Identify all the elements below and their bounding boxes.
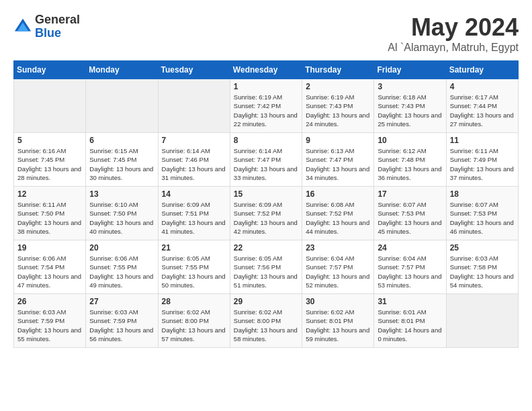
day-number: 2 — [306, 82, 370, 91]
calendar-cell: 7Sunrise: 6:14 AM Sunset: 7:46 PM Daylig… — [158, 133, 230, 187]
day-info: Sunrise: 6:07 AM Sunset: 7:53 PM Dayligh… — [378, 200, 442, 236]
day-number: 11 — [450, 136, 515, 145]
day-info: Sunrise: 6:06 AM Sunset: 7:54 PM Dayligh… — [17, 254, 82, 289]
day-number: 14 — [162, 189, 226, 199]
calendar-cell: 28Sunrise: 6:02 AM Sunset: 8:00 PM Dayli… — [158, 294, 230, 348]
calendar-week-3: 19Sunrise: 6:06 AM Sunset: 7:54 PM Dayli… — [14, 240, 519, 294]
logo-text: General Blue — [35, 13, 80, 40]
calendar-cell: 8Sunrise: 6:14 AM Sunset: 7:47 PM Daylig… — [230, 133, 302, 187]
calendar-cell: 10Sunrise: 6:12 AM Sunset: 7:48 PM Dayli… — [374, 133, 446, 187]
header-thursday: Thursday — [302, 61, 374, 79]
day-info: Sunrise: 6:02 AM Sunset: 8:00 PM Dayligh… — [162, 308, 226, 343]
header-tuesday: Tuesday — [158, 61, 230, 79]
day-number: 29 — [234, 297, 298, 306]
calendar-table: Sunday Monday Tuesday Wednesday Thursday… — [13, 60, 519, 348]
logo: General Blue — [13, 13, 80, 40]
day-info: Sunrise: 6:03 AM Sunset: 7:59 PM Dayligh… — [17, 308, 82, 343]
header-monday: Monday — [86, 61, 158, 79]
calendar-subtitle: Al `Alamayn, Matruh, Egypt — [388, 42, 519, 54]
header-sunday: Sunday — [14, 61, 86, 79]
calendar-cell: 21Sunrise: 6:05 AM Sunset: 7:55 PM Dayli… — [158, 240, 230, 294]
calendar-cell: 19Sunrise: 6:06 AM Sunset: 7:54 PM Dayli… — [14, 240, 86, 294]
calendar-cell: 30Sunrise: 6:02 AM Sunset: 8:01 PM Dayli… — [302, 294, 374, 348]
title-block: May 2024 Al `Alamayn, Matruh, Egypt — [388, 13, 519, 54]
calendar-cell — [86, 79, 158, 133]
calendar-cell — [158, 79, 230, 133]
day-info: Sunrise: 6:15 AM Sunset: 7:45 PM Dayligh… — [89, 146, 154, 182]
day-number: 21 — [162, 243, 226, 253]
day-info: Sunrise: 6:06 AM Sunset: 7:55 PM Dayligh… — [89, 254, 154, 289]
day-info: Sunrise: 6:14 AM Sunset: 7:47 PM Dayligh… — [234, 146, 298, 182]
day-number: 16 — [306, 189, 370, 199]
calendar-cell: 22Sunrise: 6:05 AM Sunset: 7:56 PM Dayli… — [230, 240, 302, 294]
header-row: Sunday Monday Tuesday Wednesday Thursday… — [14, 61, 519, 79]
calendar-cell — [14, 79, 86, 133]
calendar-body: 1Sunrise: 6:19 AM Sunset: 7:42 PM Daylig… — [14, 79, 519, 348]
day-number: 9 — [306, 136, 370, 145]
calendar-cell: 29Sunrise: 6:02 AM Sunset: 8:00 PM Dayli… — [230, 294, 302, 348]
day-number: 4 — [450, 82, 515, 91]
calendar-cell: 24Sunrise: 6:04 AM Sunset: 7:57 PM Dayli… — [374, 240, 446, 294]
calendar-cell: 4Sunrise: 6:17 AM Sunset: 7:44 PM Daylig… — [446, 79, 518, 133]
day-number: 30 — [306, 297, 370, 306]
day-number: 22 — [234, 243, 298, 253]
day-info: Sunrise: 6:14 AM Sunset: 7:46 PM Dayligh… — [162, 146, 226, 182]
day-number: 10 — [378, 136, 442, 145]
calendar-cell: 5Sunrise: 6:16 AM Sunset: 7:45 PM Daylig… — [14, 133, 86, 187]
day-info: Sunrise: 6:16 AM Sunset: 7:45 PM Dayligh… — [17, 146, 82, 182]
day-number: 13 — [89, 189, 154, 199]
calendar-week-0: 1Sunrise: 6:19 AM Sunset: 7:42 PM Daylig… — [14, 79, 519, 133]
day-info: Sunrise: 6:05 AM Sunset: 7:55 PM Dayligh… — [162, 254, 226, 289]
day-info: Sunrise: 6:02 AM Sunset: 8:00 PM Dayligh… — [234, 308, 298, 343]
day-number: 8 — [234, 136, 298, 145]
day-number: 5 — [17, 136, 82, 145]
day-info: Sunrise: 6:08 AM Sunset: 7:52 PM Dayligh… — [306, 200, 370, 236]
calendar-cell: 16Sunrise: 6:08 AM Sunset: 7:52 PM Dayli… — [302, 187, 374, 240]
calendar-cell: 14Sunrise: 6:09 AM Sunset: 7:51 PM Dayli… — [158, 187, 230, 240]
calendar-week-4: 26Sunrise: 6:03 AM Sunset: 7:59 PM Dayli… — [14, 294, 519, 348]
day-info: Sunrise: 6:03 AM Sunset: 7:58 PM Dayligh… — [450, 254, 515, 289]
day-info: Sunrise: 6:11 AM Sunset: 7:49 PM Dayligh… — [450, 146, 515, 182]
calendar-cell: 9Sunrise: 6:13 AM Sunset: 7:47 PM Daylig… — [302, 133, 374, 187]
day-info: Sunrise: 6:05 AM Sunset: 7:56 PM Dayligh… — [234, 254, 298, 289]
day-number: 15 — [234, 189, 298, 199]
day-number: 23 — [306, 243, 370, 253]
calendar-cell: 2Sunrise: 6:19 AM Sunset: 7:43 PM Daylig… — [302, 79, 374, 133]
calendar-cell: 6Sunrise: 6:15 AM Sunset: 7:45 PM Daylig… — [86, 133, 158, 187]
logo-general: General — [35, 13, 80, 27]
day-number: 25 — [450, 243, 515, 253]
day-number: 31 — [378, 297, 442, 306]
calendar-cell: 11Sunrise: 6:11 AM Sunset: 7:49 PM Dayli… — [446, 133, 518, 187]
header-saturday: Saturday — [446, 61, 518, 79]
day-number: 7 — [162, 136, 226, 145]
day-number: 3 — [378, 82, 442, 91]
calendar-week-1: 5Sunrise: 6:16 AM Sunset: 7:45 PM Daylig… — [14, 133, 519, 187]
calendar-header: Sunday Monday Tuesday Wednesday Thursday… — [14, 61, 519, 79]
calendar-cell: 20Sunrise: 6:06 AM Sunset: 7:55 PM Dayli… — [86, 240, 158, 294]
header-wednesday: Wednesday — [230, 61, 302, 79]
day-info: Sunrise: 6:18 AM Sunset: 7:43 PM Dayligh… — [378, 93, 442, 128]
day-info: Sunrise: 6:09 AM Sunset: 7:51 PM Dayligh… — [162, 200, 226, 236]
day-info: Sunrise: 6:19 AM Sunset: 7:43 PM Dayligh… — [306, 93, 370, 128]
calendar-cell: 31Sunrise: 6:01 AM Sunset: 8:01 PM Dayli… — [374, 294, 446, 348]
day-number: 1 — [234, 82, 298, 91]
day-number: 18 — [450, 189, 515, 199]
day-info: Sunrise: 6:09 AM Sunset: 7:52 PM Dayligh… — [234, 200, 298, 236]
calendar-cell: 15Sunrise: 6:09 AM Sunset: 7:52 PM Dayli… — [230, 187, 302, 240]
calendar-cell: 13Sunrise: 6:10 AM Sunset: 7:50 PM Dayli… — [86, 187, 158, 240]
day-info: Sunrise: 6:10 AM Sunset: 7:50 PM Dayligh… — [89, 200, 154, 236]
day-info: Sunrise: 6:13 AM Sunset: 7:47 PM Dayligh… — [306, 146, 370, 182]
calendar-week-2: 12Sunrise: 6:11 AM Sunset: 7:50 PM Dayli… — [14, 187, 519, 240]
day-info: Sunrise: 6:04 AM Sunset: 7:57 PM Dayligh… — [306, 254, 370, 289]
day-info: Sunrise: 6:07 AM Sunset: 7:53 PM Dayligh… — [450, 200, 515, 236]
calendar-cell: 17Sunrise: 6:07 AM Sunset: 7:53 PM Dayli… — [374, 187, 446, 240]
day-number: 27 — [89, 297, 154, 306]
calendar-title: May 2024 — [388, 13, 519, 42]
calendar-cell: 25Sunrise: 6:03 AM Sunset: 7:58 PM Dayli… — [446, 240, 518, 294]
calendar-cell: 3Sunrise: 6:18 AM Sunset: 7:43 PM Daylig… — [374, 79, 446, 133]
day-info: Sunrise: 6:12 AM Sunset: 7:48 PM Dayligh… — [378, 146, 442, 182]
day-info: Sunrise: 6:04 AM Sunset: 7:57 PM Dayligh… — [378, 254, 442, 289]
calendar-cell: 1Sunrise: 6:19 AM Sunset: 7:42 PM Daylig… — [230, 79, 302, 133]
day-number: 28 — [162, 297, 226, 306]
calendar-cell: 12Sunrise: 6:11 AM Sunset: 7:50 PM Dayli… — [14, 187, 86, 240]
